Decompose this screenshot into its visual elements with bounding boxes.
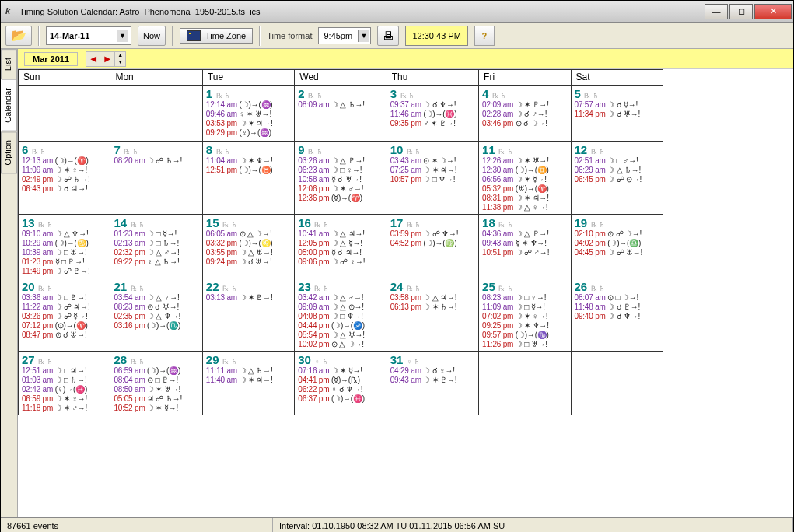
- timezone-button[interactable]: Time Zone: [180, 28, 253, 44]
- day-cell[interactable]: 1 ℞ ♄12:14 am (☽)→(♒)09:46 am ♀ ✶ ♅→!03:…: [202, 86, 294, 142]
- event-line: 09:10 am ☽ △ ♆→!: [22, 229, 107, 239]
- prev-month-button[interactable]: ◄: [86, 52, 100, 66]
- calendar-grid: SunMonTueWedThuFriSat 1 ℞ ♄12:14 am (☽)→…: [18, 69, 663, 415]
- day-cell[interactable]: 19 ℞ ♄02:10 pm ⊙ ☍ ☽→!04:02 pm (☽)→(♎)04…: [571, 215, 663, 278]
- weekday-header: SunMonTueWedThuFriSat: [19, 70, 663, 86]
- event-symbols: ☽ □ ♅→!: [55, 248, 87, 257]
- day-cell[interactable]: 27 ℞ ♄12:51 am ☽ □ ♃→!01:03 am ☽ □ ♄→!02…: [19, 352, 110, 415]
- day-number: 17: [390, 216, 404, 229]
- day-cell[interactable]: 14 ℞ ♄01:23 am ☽ □ ☿→!02:13 am ☽ □ ♄→!02…: [110, 215, 202, 278]
- next-month-button[interactable]: ►: [100, 52, 114, 66]
- event-line: 12:51 pm (☽)→(♉): [206, 166, 291, 175]
- day-cell[interactable]: 13 ℞ ♄09:10 am ☽ △ ♆→!10:29 am (☽)→(♋)10…: [19, 215, 110, 278]
- event-symbols: ☽ ✶ ☿→!: [147, 404, 178, 412]
- event-time: 11:11 am: [206, 366, 240, 375]
- day-number: 3: [390, 87, 397, 100]
- event-line: 12:06 pm ☽ ✶ ♂→!: [298, 184, 383, 194]
- tab-list[interactable]: List: [1, 49, 17, 79]
- day-cell[interactable]: 17 ℞ ♄03:59 pm ☽ ☍ ♆→!04:52 pm (☽)→(♍): [387, 215, 478, 278]
- event-symbols: ☽ ☌ ♆→!: [607, 312, 640, 320]
- event-symbols: ☽ ☌ ♅→!: [607, 110, 640, 118]
- event-line: 03:59 pm ☽ ☍ ♆→!: [390, 229, 475, 239]
- event-time: 06:29 am: [575, 166, 608, 174]
- tab-option[interactable]: Option: [1, 131, 17, 173]
- day-badge: ℞ ♄: [221, 358, 237, 366]
- event-symbols: (☽)→(♒): [240, 100, 273, 109]
- spin-up-button[interactable]: ▲: [114, 52, 125, 59]
- day-cell[interactable]: 2 ℞ ♄08:09 am ☽ △ ♄→!: [295, 86, 387, 142]
- day-cell[interactable]: 15 ℞ ♄06:05 am ⊙ △ ☽→!03:32 pm (☽)→(♌)03…: [202, 215, 294, 278]
- day-cell[interactable]: 30 ♀ ♄07:16 am ☽ ✶ ☿→!04:41 pm (☿)→(℞)06…: [295, 352, 387, 415]
- day-badge: ℞ ♄: [497, 285, 513, 292]
- now-button[interactable]: Now: [138, 26, 166, 46]
- event-time: 02:42 am: [22, 385, 55, 394]
- print-button[interactable]: 🖶: [377, 26, 399, 46]
- app-icon: k: [5, 6, 16, 17]
- day-cell[interactable]: 22 ℞ ♄03:13 am ☽ ✶ ♇→!: [202, 278, 294, 352]
- spin-down-button[interactable]: ▼: [114, 59, 125, 66]
- day-cell[interactable]: 4 ℞ ♄02:09 am ☽ ✶ ♇→!02:28 am ☽ ☌ ♂→!03:…: [479, 86, 571, 142]
- event-time: 04:45 pm: [575, 248, 608, 257]
- day-cell[interactable]: 26 ℞ ♄08:07 am ⊙ □ ☽→!11:48 am ☽ ☌ ♇→!09…: [571, 278, 663, 352]
- event-time: 06:22 pm: [298, 385, 331, 394]
- flag-icon: [187, 30, 201, 41]
- day-cell[interactable]: 5 ℞ ♄07:57 am ☽ ☌ ☿→!11:34 pm ☽ ☌ ♅→!: [571, 86, 663, 142]
- event-symbols: ☽ △ ♂→!: [331, 293, 363, 302]
- day-cell[interactable]: 9 ℞ ♄03:26 am ☽ △ ♇→!06:23 am ☽ □ ♀→!10:…: [295, 142, 387, 215]
- event-line: 06:13 pm ☽ ✶ ♄→!: [390, 303, 475, 312]
- day-cell[interactable]: 16 ℞ ♄10:41 am ☽ △ ♃→!12:05 pm ☽ △ ☿→!05…: [295, 215, 387, 278]
- time-format-picker[interactable]: 9:45pm ▼: [318, 27, 371, 44]
- event-line: 11:48 am ☽ ☌ ♇→!: [575, 303, 659, 312]
- event-line: 11:40 am ☽ ✶ ♃→!: [206, 376, 291, 385]
- event-line: 12:14 am (☽)→(♒): [206, 100, 291, 110]
- date-picker[interactable]: 14-Mar-11 ▼: [46, 26, 131, 45]
- event-symbols: ☽ △ ♀→!: [516, 203, 547, 212]
- day-cell[interactable]: 23 ℞ ♄03:42 am ☽ △ ♂→!09:09 am ☽ △ ⊙→!04…: [295, 278, 387, 352]
- day-cell[interactable]: 3 ℞ ♄09:37 am ☽ ☌ ♆→!11:46 am (☽)→(♓)09:…: [387, 86, 478, 142]
- event-line: 08:50 am ☽ ✶ ♅→!: [114, 385, 198, 394]
- day-cell[interactable]: 24 ℞ ♄03:58 pm ☽ △ ♃→!06:13 pm ☽ ✶ ♄→!: [387, 278, 478, 352]
- main-area: List Calendar Option Mar 2011 ◄ ► ▲ ▼ Su…: [1, 49, 793, 517]
- time-format-value: 9:45pm: [324, 31, 352, 40]
- month-label[interactable]: Mar 2011: [24, 52, 78, 66]
- event-time: 02:28 am: [482, 110, 516, 118]
- event-line: 08:23 am ⊙ ☌ ♅→!: [114, 303, 198, 312]
- day-cell[interactable]: 10 ℞ ♄03:43 am ⊙ ✶ ☽→!07:25 am ☽ ✶ ♃→!10…: [387, 142, 478, 215]
- minimize-button[interactable]: —: [705, 4, 728, 19]
- event-time: 10:52 pm: [114, 404, 147, 412]
- event-line: 09:37 am ☽ ☌ ♆→!: [390, 100, 475, 110]
- event-time: 08:07 am: [575, 293, 608, 302]
- maximize-button[interactable]: ◻: [729, 4, 753, 19]
- event-line: 11:38 pm ☽ △ ♀→!: [482, 203, 567, 212]
- day-cell[interactable]: 6 ℞ ♄12:13 am (☽)→(♈)11:09 am ☽ ✶ ♀→!02:…: [19, 142, 110, 215]
- folder-open-icon: 📂: [11, 28, 26, 43]
- event-symbols: ⊙ ☌ ♅→!: [55, 331, 87, 339]
- month-header: Mar 2011 ◄ ► ▲ ▼: [18, 49, 793, 69]
- day-cell[interactable]: 25 ℞ ♄08:23 am ☽ □ ♀→!11:09 am ☽ □ ☿→!07…: [479, 278, 571, 352]
- day-cell[interactable]: 18 ℞ ♄04:36 am ☽ △ ♇→!09:43 am ☿ ✶ ♆→!10…: [479, 215, 571, 278]
- day-cell[interactable]: 31 ♀ ♄04:29 am ☽ ☌ ♀→!09:43 am ☽ ✶ ♇→!: [387, 352, 478, 415]
- day-badge: ℞ ♄: [497, 221, 513, 229]
- event-symbols: (☽)→(♓): [423, 110, 456, 118]
- event-time: 09:24 pm: [206, 257, 240, 266]
- event-symbols: ⊙ ✶ ☽→!: [423, 156, 456, 165]
- event-symbols: ☿ ☌ ♃→!: [331, 248, 362, 257]
- event-line: 02:13 am ☽ □ ♄→!: [114, 239, 198, 248]
- tab-calendar[interactable]: Calendar: [1, 79, 17, 131]
- day-cell[interactable]: 20 ℞ ♄03:36 am ☽ □ ♇→!11:22 am ☽ ☍ ♃→!03…: [19, 278, 110, 352]
- day-cell[interactable]: 11 ℞ ♄12:26 am ☽ ✶ ♅→!12:30 am (☽)→(♊)06…: [479, 142, 571, 215]
- day-cell[interactable]: 12 ℞ ♄02:51 am ☽ □ ♂→!06:29 am ☽ △ ♄→!06…: [571, 142, 663, 215]
- day-cell[interactable]: 28 ℞ ♄06:59 am (☽)→(♒)08:04 am ⊙ □ ♇→!08…: [110, 352, 202, 415]
- day-cell[interactable]: 29 ℞ ♄11:11 am ☽ △ ♄→!11:40 am ☽ ✶ ♃→!: [202, 352, 294, 415]
- day-cell[interactable]: 8 ℞ ♄11:04 am ☽ ✶ ♆→!12:51 pm (☽)→(♉): [202, 142, 294, 215]
- event-symbols: ⊙ ☍ ☽→!: [607, 229, 642, 238]
- event-line: 06:05 am ⊙ △ ☽→!: [206, 229, 291, 239]
- day-cell[interactable]: 21 ℞ ♄03:54 am ☽ △ ♀→!08:23 am ⊙ ☌ ♅→!02…: [110, 278, 202, 352]
- event-symbols: ☽ △ ♂→!: [147, 248, 179, 257]
- event-time: 11:09 am: [482, 303, 516, 311]
- day-number: 30: [298, 353, 311, 366]
- day-cell[interactable]: 7 ℞ ♄08:20 am ☽ ☍ ♄→!: [110, 142, 202, 215]
- close-button[interactable]: ✕: [754, 4, 792, 19]
- open-file-button[interactable]: 📂: [5, 26, 32, 46]
- help-button[interactable]: ?: [474, 26, 495, 46]
